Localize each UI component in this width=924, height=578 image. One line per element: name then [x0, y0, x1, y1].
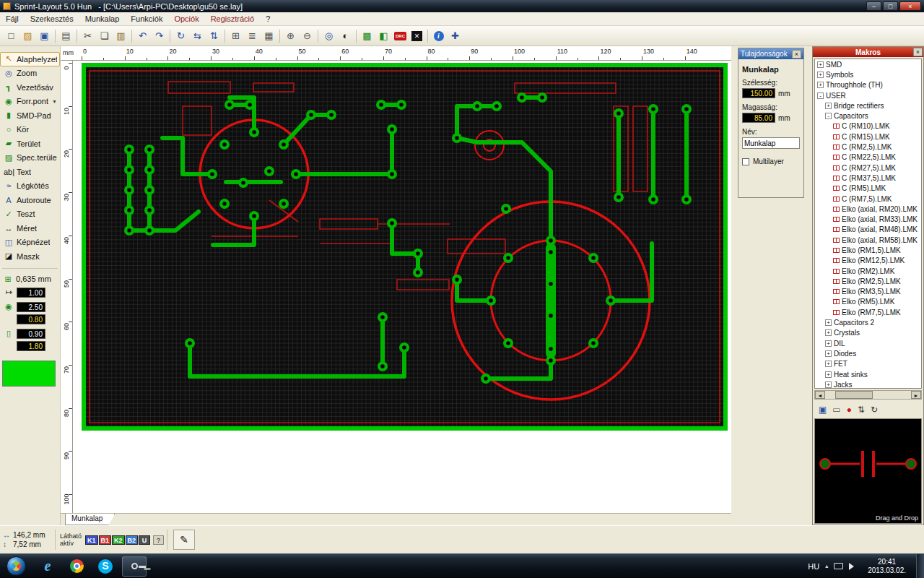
tool-forrpont[interactable]: ◉Forr.pont▼ — [0, 95, 60, 109]
tab-munkalap[interactable]: Munkalap — [65, 514, 115, 525]
toolbar-layer-pair[interactable]: ◧ — [375, 28, 392, 44]
tool-zoom[interactable]: ◎Zoom — [0, 66, 60, 81]
macro-tree-scrollbar[interactable]: ◄ ► — [814, 390, 922, 400]
active-layer-color-swatch[interactable] — [2, 361, 56, 387]
expand-toggle-icon[interactable]: - — [817, 92, 824, 99]
toolbar-drc-check[interactable]: DRC — [392, 28, 409, 44]
toolbar-photoview[interactable]: ◐ — [337, 28, 354, 44]
toolbar-mirror-vertical[interactable]: ⇅ — [206, 28, 222, 44]
tool-maszk[interactable]: ◪Maszk — [0, 249, 60, 264]
menu-munkalap[interactable]: Munkalap — [79, 13, 126, 25]
language-indicator[interactable]: HU — [808, 562, 819, 571]
start-button[interactable] — [6, 556, 26, 576]
checkbox-box[interactable] — [742, 158, 749, 165]
toolbar-paste[interactable]: ▥ — [113, 28, 129, 44]
smd-width-value[interactable]: 0.90 — [17, 329, 45, 339]
macro-item[interactable]: +Diodes — [815, 348, 921, 358]
macro-item[interactable]: +SMD — [815, 59, 921, 69]
internet-explorer-icon[interactable]: e — [35, 556, 60, 577]
pad-outer-value[interactable]: 2.50 — [17, 302, 45, 312]
toolbar-cut[interactable]: ✂ — [79, 28, 96, 44]
macro-item[interactable]: -USER — [815, 90, 921, 100]
macro-item[interactable]: Elko (axial, RM48).LMK — [815, 225, 921, 235]
delete-macro-icon[interactable]: ▭ — [832, 405, 840, 415]
toolbar-open-file[interactable]: ▨ — [19, 28, 36, 44]
toolbar-new-file[interactable]: □ — [3, 28, 19, 44]
macro-preview[interactable]: Drag and Drop — [814, 418, 922, 524]
skype-icon[interactable]: S — [93, 556, 118, 577]
macro-item[interactable]: Elko (RM5).LMK — [815, 297, 921, 307]
macro-item[interactable]: +Bridge rectifiers — [815, 100, 921, 111]
expand-toggle-icon[interactable]: + — [817, 82, 824, 88]
toolbar-mirror-horizontal[interactable]: ⇆ — [189, 28, 206, 44]
tool-autoroute[interactable]: AAutoroute — [0, 193, 60, 207]
layer-chip-K1[interactable]: K1 — [85, 535, 98, 545]
macro-item[interactable]: Elko (RM1,5).LMK — [815, 245, 921, 255]
keepass-icon[interactable] — [122, 556, 147, 577]
tool-meret[interactable]: ↔Méret — [0, 221, 60, 236]
macro-item[interactable]: C (RM15).LMK — [815, 131, 921, 142]
toolbar-crosshair[interactable]: ✚ — [447, 28, 463, 44]
macro-item[interactable]: +Symbols — [815, 69, 921, 79]
expand-toggle-icon[interactable]: + — [825, 329, 832, 336]
toolbar-save-file[interactable]: ▣ — [36, 28, 53, 44]
menu-regisztracio[interactable]: Regisztráció — [205, 13, 261, 25]
smd-height-value[interactable]: 1.80 — [17, 341, 45, 351]
minimize-button[interactable]: − — [866, 1, 881, 11]
tool-teszt[interactable]: ✓Teszt — [0, 207, 60, 222]
tool-legkotes[interactable]: ≈Légkötés — [0, 179, 60, 194]
menu-opciok[interactable]: Opciók — [168, 13, 204, 25]
toolbar-info[interactable]: i — [430, 28, 447, 44]
toolbar-zoom-tool[interactable]: ◎ — [321, 28, 337, 44]
tool-terulet[interactable]: ▰Terület — [0, 137, 60, 151]
sort-icon[interactable]: ⇅ — [858, 405, 865, 415]
show-desktop-button[interactable] — [916, 554, 924, 578]
toolbar-print[interactable]: ▤ — [58, 28, 74, 44]
scroll-left-icon[interactable]: ◄ — [815, 391, 825, 399]
tool-vezetosav[interactable]: ┓Vezetősáv — [0, 80, 60, 95]
macro-item[interactable]: Elko (RM2,5).LMK — [815, 276, 921, 286]
toolbar-redo[interactable]: ↷ — [151, 28, 167, 44]
toolbar-tile-copy[interactable]: ▦ — [261, 28, 277, 44]
macro-item[interactable]: Elko (axial, RM33).LMK — [815, 214, 921, 224]
macro-item[interactable]: C (RM7,5).LMK — [815, 194, 921, 204]
close-button[interactable]: × — [899, 1, 921, 11]
scroll-right-icon[interactable]: ► — [911, 391, 921, 399]
layer-chip-K2[interactable]: K2 — [112, 535, 125, 545]
macro-item[interactable]: C (RM2,5).LMK — [815, 142, 921, 152]
menu-szerkesztes[interactable]: Szerkesztés — [25, 13, 79, 25]
pad-inner-value[interactable]: 0.80 — [17, 314, 45, 324]
expand-toggle-icon[interactable]: + — [817, 72, 824, 78]
pcb-board[interactable] — [82, 63, 728, 431]
record-icon[interactable]: ● — [847, 405, 852, 415]
menu-help[interactable]: ? — [260, 13, 276, 25]
tool-spec-terulet[interactable]: ▨Spec.terület — [0, 151, 60, 165]
close-properties-button[interactable]: × — [792, 50, 801, 59]
width-input[interactable]: 150.00 — [742, 88, 775, 98]
save-macro-icon[interactable]: ▣ — [819, 405, 827, 415]
scrollbar-thumb[interactable] — [835, 391, 873, 399]
expand-toggle-icon[interactable]: + — [817, 61, 824, 68]
expand-toggle-icon[interactable]: + — [825, 103, 832, 109]
expand-toggle-icon[interactable]: + — [825, 340, 832, 347]
pcb-canvas[interactable] — [73, 61, 731, 513]
tool-smd-pad[interactable]: ▮SMD-Pad — [0, 108, 60, 123]
toolbar-layer-view[interactable]: ▩ — [359, 28, 375, 44]
toolbar-group[interactable]: ⊕ — [282, 28, 299, 44]
track-width-value[interactable]: 1.00 — [17, 288, 45, 298]
refresh-icon[interactable]: ↻ — [871, 405, 878, 415]
toolbar-macro-library[interactable]: ≣ — [244, 28, 261, 44]
toolbar-copy[interactable]: ❏ — [96, 28, 113, 44]
tool-text[interactable]: ab|Text — [0, 165, 60, 179]
clock[interactable]: 20:41 2013.03.02. — [863, 558, 910, 575]
multilayer-checkbox[interactable]: Multilayer — [742, 158, 800, 165]
volume-icon[interactable] — [849, 563, 858, 570]
macro-item[interactable]: Elko (axial, RM20).LMK — [815, 204, 921, 214]
toolbar-grid-raster[interactable]: ⊞ — [227, 28, 244, 44]
help-button[interactable]: ? — [153, 535, 164, 545]
macro-item[interactable]: +Jacks — [815, 379, 921, 389]
menu-fajl[interactable]: Fájl — [0, 13, 25, 25]
chrome-icon[interactable] — [64, 556, 89, 577]
macro-item[interactable]: +Crystals — [815, 328, 921, 338]
macro-item[interactable]: Elko (RM12,5).LMK — [815, 256, 921, 266]
